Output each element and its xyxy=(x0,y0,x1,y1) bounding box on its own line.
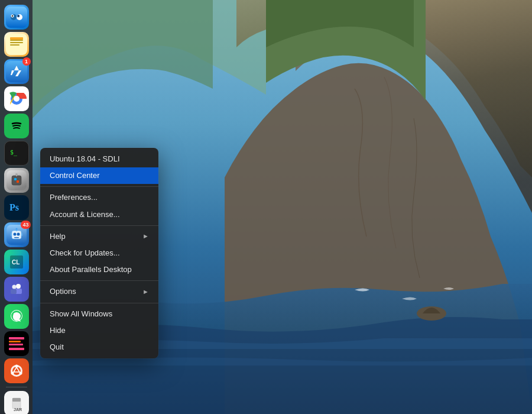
appstore-badge: 1 xyxy=(22,57,31,66)
context-menu: Ubuntu 18.04 - SDLI Control Center Prefe… xyxy=(40,148,158,358)
svg-text:$_: $_ xyxy=(10,149,18,156)
svg-rect-50 xyxy=(9,337,24,339)
svg-point-17 xyxy=(14,96,20,102)
app-badge-43: 43 xyxy=(21,221,30,229)
svg-rect-10 xyxy=(10,40,23,41)
svg-point-7 xyxy=(11,15,12,17)
dock-item-terminal[interactable]: $_ xyxy=(4,141,29,166)
menu-item-show-all-windows[interactable]: Show All Windows xyxy=(40,306,158,322)
dock-item-notes[interactable] xyxy=(4,32,29,57)
menu-item-control-center[interactable]: Control Center xyxy=(40,167,158,184)
menu-item-ubuntu-sdli[interactable]: Ubuntu 18.04 - SDLI xyxy=(40,151,158,167)
dock-item-jar[interactable]: JAR xyxy=(4,391,29,414)
desktop: 1 $_ xyxy=(0,0,532,414)
menu-item-preferences[interactable]: Preferences... xyxy=(40,189,158,206)
svg-rect-51 xyxy=(9,341,21,342)
dock-separator xyxy=(6,387,27,387)
svg-rect-62 xyxy=(12,398,21,402)
svg-point-32 xyxy=(17,233,20,236)
svg-rect-22 xyxy=(12,176,21,185)
dock-item-clion[interactable]: CL xyxy=(4,250,29,274)
menu-item-options[interactable]: Options ► xyxy=(40,283,158,300)
dock: 1 $_ xyxy=(0,0,33,414)
svg-rect-12 xyxy=(10,44,20,46)
dock-item-app-43[interactable]: 43 xyxy=(4,222,29,247)
dock-item-appstore[interactable]: 1 xyxy=(4,59,29,84)
dock-item-teams[interactable] xyxy=(4,277,29,302)
menu-separator-4 xyxy=(40,303,158,303)
menu-item-account-license[interactable]: Account & License... xyxy=(40,206,158,223)
dock-item-finder[interactable] xyxy=(4,5,29,30)
svg-rect-33 xyxy=(14,237,19,238)
svg-point-35 xyxy=(15,228,17,230)
dock-item-photoshop[interactable]: Ps xyxy=(4,195,29,220)
svg-rect-24 xyxy=(17,180,19,183)
svg-rect-37 xyxy=(21,233,22,236)
menu-item-check-updates[interactable]: Check for Updates... xyxy=(40,245,158,261)
svg-rect-52 xyxy=(9,344,23,345)
svg-text:Ps: Ps xyxy=(9,202,19,212)
dock-item-parallels[interactable] xyxy=(4,168,29,193)
dock-item-ubuntu[interactable] xyxy=(4,358,29,383)
menu-separator-3 xyxy=(40,280,158,281)
svg-rect-11 xyxy=(10,42,23,43)
svg-point-42 xyxy=(16,284,21,289)
dock-item-spotify[interactable] xyxy=(4,114,29,138)
menu-separator-2 xyxy=(40,225,158,226)
menu-item-quit[interactable]: Quit xyxy=(40,339,158,355)
svg-point-31 xyxy=(13,233,16,236)
svg-point-8 xyxy=(17,15,18,17)
svg-text:CL: CL xyxy=(12,259,20,266)
svg-point-1 xyxy=(417,306,446,321)
menu-item-about[interactable]: About Parallels Desktop xyxy=(40,261,158,278)
svg-rect-36 xyxy=(11,233,12,236)
svg-rect-23 xyxy=(14,178,17,180)
svg-rect-45 xyxy=(11,289,17,294)
svg-rect-13 xyxy=(10,37,23,40)
menu-separator-1 xyxy=(40,186,158,187)
dock-item-whatsapp[interactable] xyxy=(4,304,29,329)
menu-item-hide[interactable]: Hide xyxy=(40,322,158,339)
svg-point-44 xyxy=(12,285,16,289)
svg-rect-53 xyxy=(9,348,24,350)
options-submenu-arrow: ► xyxy=(142,287,149,296)
svg-text:JAR: JAR xyxy=(14,407,22,412)
menu-item-help[interactable]: Help ► xyxy=(40,228,158,245)
dock-item-chrome[interactable] xyxy=(4,86,29,111)
help-submenu-arrow: ► xyxy=(142,232,149,241)
dock-item-intellij[interactable] xyxy=(4,331,29,356)
svg-rect-26 xyxy=(16,175,17,176)
